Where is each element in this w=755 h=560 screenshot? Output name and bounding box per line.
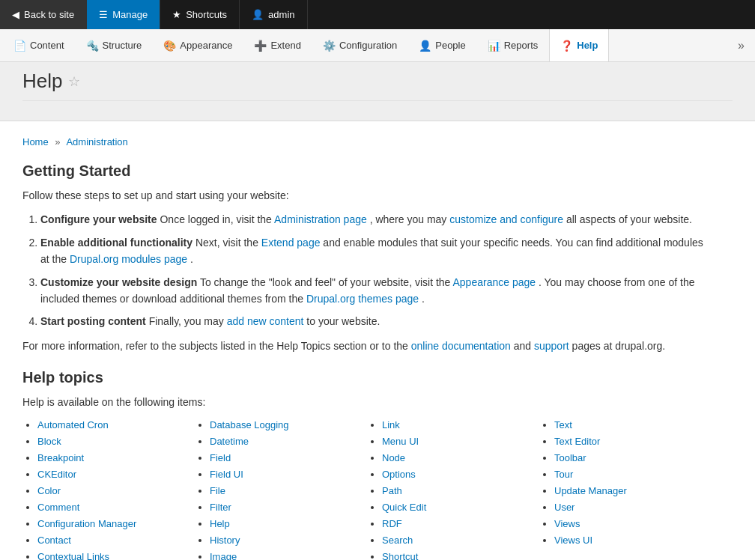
drupal-themes-link[interactable]: Drupal.org themes page (306, 293, 419, 305)
topic-update-manager[interactable]: Update Manager (554, 485, 627, 496)
topic-ckeditor[interactable]: CKEditor (37, 469, 76, 480)
topic-text[interactable]: Text (554, 419, 572, 430)
topic-datetime[interactable]: Datetime (210, 436, 249, 447)
configuration-label: Configuration (339, 40, 397, 51)
appearance-icon: 🎨 (163, 40, 176, 52)
topic-search[interactable]: Search (382, 535, 413, 546)
nav-help[interactable]: ❓ Help (549, 29, 609, 61)
topic-field[interactable]: Field (210, 452, 231, 463)
step-3-text: To change the "look and feel" of your we… (200, 276, 453, 288)
topic-database-logging[interactable]: Database Logging (210, 419, 289, 430)
help-label: Help (577, 40, 598, 51)
appearance-page-link[interactable]: Appearance page (453, 276, 536, 288)
topic-toolbar[interactable]: Toolbar (554, 452, 586, 463)
topic-views-ui[interactable]: Views UI (554, 535, 592, 546)
customize-link[interactable]: customize and configure (449, 213, 563, 225)
breadcrumb-home[interactable]: Home (22, 136, 49, 147)
topic-field-ui[interactable]: Field UI (210, 469, 243, 480)
page-title: Help (22, 70, 62, 93)
topic-user[interactable]: User (554, 502, 574, 513)
extend-page-link[interactable]: Extend page (261, 237, 321, 249)
topic-options[interactable]: Options (382, 469, 416, 480)
drupal-end-text: pages at drupal.org. (572, 340, 666, 352)
breadcrumb-admin[interactable]: Administration (66, 136, 127, 147)
list-item: Quick Edit (382, 501, 539, 513)
list-item: Toolbar (554, 451, 712, 463)
topic-rdf[interactable]: RDF (382, 518, 402, 529)
add-new-content-link[interactable]: add new content (227, 315, 304, 327)
nav-configuration[interactable]: ⚙️ Configuration (312, 29, 408, 61)
topic-automated-cron[interactable]: Automated Cron (37, 419, 109, 430)
list-item: Views (554, 517, 712, 529)
step-2-end: . (190, 253, 193, 265)
topic-comment[interactable]: Comment (37, 502, 79, 513)
topic-block[interactable]: Block (37, 436, 61, 447)
topic-filter[interactable]: Filter (210, 502, 231, 513)
topic-help[interactable]: Help (210, 518, 230, 529)
topic-quick-edit[interactable]: Quick Edit (382, 502, 426, 513)
topic-node[interactable]: Node (382, 452, 405, 463)
nav-extend[interactable]: ➕ Extend (243, 29, 312, 61)
topic-history[interactable]: History (210, 535, 240, 546)
list-item: Update Manager (554, 484, 712, 496)
breadcrumb: Home » Administration (22, 136, 712, 147)
structure-label: Structure (103, 40, 142, 51)
topic-text-editor[interactable]: Text Editor (554, 436, 600, 447)
topic-path[interactable]: Path (382, 485, 402, 496)
step-4: Start posting content Finally, you may a… (40, 313, 712, 329)
list-item: Node (382, 451, 539, 463)
topic-link[interactable]: Link (382, 419, 400, 430)
help-topics-heading: Help topics (22, 369, 712, 386)
list-item: Text (554, 419, 712, 430)
reports-label: Reports (504, 40, 539, 51)
shortcuts-link[interactable]: ★ Shortcuts (160, 0, 240, 29)
list-item: Tour (554, 468, 712, 480)
drupal-modules-link[interactable]: Drupal.org modules page (70, 253, 187, 265)
admin-page-link[interactable]: Administration page (274, 213, 367, 225)
list-item: Block (37, 435, 195, 447)
configuration-icon: ⚙️ (323, 40, 336, 52)
people-label: People (435, 40, 465, 51)
nav-reports[interactable]: 📊 Reports (477, 29, 550, 61)
list-item: Help (210, 517, 367, 529)
topic-shortcut[interactable]: Shortcut (382, 551, 418, 560)
topic-tour[interactable]: Tour (554, 469, 573, 480)
topic-views[interactable]: Views (554, 518, 580, 529)
help-icon: ❓ (560, 40, 573, 52)
list-item: Configuration Manager (37, 517, 195, 529)
topic-menu-ui[interactable]: Menu UI (382, 436, 419, 447)
extend-label: Extend (270, 40, 300, 51)
star-icon: ★ (172, 9, 181, 20)
user-icon: 👤 (252, 9, 264, 20)
list-item: Search (382, 534, 539, 546)
topic-contact[interactable]: Contact (37, 535, 71, 546)
list-item: Field UI (210, 468, 367, 480)
nav-appearance[interactable]: 🎨 Appearance (153, 29, 243, 61)
step-3-bold: Customize your website design (40, 276, 197, 288)
topic-file[interactable]: File (210, 485, 225, 496)
nav-collapse-button[interactable]: » (730, 39, 752, 52)
manage-link[interactable]: ☰ Manage (87, 0, 160, 29)
favorite-star-icon[interactable]: ☆ (68, 73, 80, 90)
topic-contextual-links[interactable]: Contextual Links (37, 551, 109, 560)
admin-user-link[interactable]: 👤 admin (240, 0, 307, 29)
main-content: Home » Administration Getting Started Fo… (0, 121, 734, 560)
extend-icon: ➕ (254, 40, 267, 52)
nav-content[interactable]: 📄 Content (3, 29, 76, 61)
page-title-bar: Help ☆ (0, 62, 755, 121)
topic-configuration-manager[interactable]: Configuration Manager (37, 518, 136, 529)
structure-icon: 🔩 (86, 40, 99, 52)
nav-structure[interactable]: 🔩 Structure (76, 29, 154, 61)
breadcrumb-separator: » (55, 136, 60, 147)
back-to-site-link[interactable]: ◀ Back to site (0, 0, 87, 29)
topic-breakpoint[interactable]: Breakpoint (37, 452, 84, 463)
topic-color[interactable]: Color (37, 485, 61, 496)
help-topics-list: Automated Cron Block Breakpoint CKEditor… (22, 419, 712, 560)
topic-image[interactable]: Image (210, 551, 237, 560)
more-info-paragraph: For more information, refer to the subje… (22, 338, 712, 354)
list-item: Views UI (554, 534, 712, 546)
online-documentation-link[interactable]: online documentation (411, 340, 511, 352)
support-link[interactable]: support (534, 340, 569, 352)
list-item: Options (382, 468, 539, 480)
nav-people[interactable]: 👤 People (408, 29, 476, 61)
